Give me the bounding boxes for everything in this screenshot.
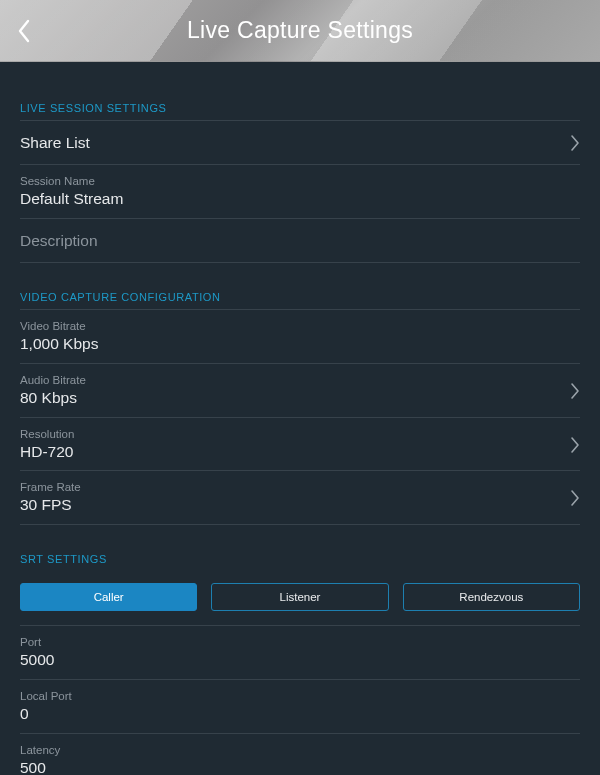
srt-mode-segmented: Caller Listener Rendezvous	[20, 571, 580, 626]
chevron-right-icon	[570, 134, 580, 152]
local-port-label: Local Port	[20, 689, 580, 704]
latency-label: Latency	[20, 743, 580, 758]
port-label: Port	[20, 635, 580, 650]
srt-mode-caller[interactable]: Caller	[20, 583, 197, 611]
latency-value: 500	[20, 758, 580, 775]
local-port-row[interactable]: Local Port 0	[20, 680, 580, 734]
share-list-row[interactable]: Share List	[20, 121, 580, 165]
frame-rate-row[interactable]: Frame Rate 30 FPS	[20, 471, 580, 525]
chevron-left-icon	[17, 19, 31, 43]
content: LIVE SESSION SETTINGS Share List Session…	[0, 62, 600, 775]
chevron-right-icon	[570, 436, 580, 454]
latency-row[interactable]: Latency 500	[20, 734, 580, 775]
audio-bitrate-value: 80 Kbps	[20, 388, 562, 409]
session-name-value: Default Stream	[20, 189, 580, 210]
video-bitrate-row[interactable]: Video Bitrate 1,000 Kbps	[20, 310, 580, 364]
page-title: Live Capture Settings	[187, 17, 413, 44]
video-bitrate-value: 1,000 Kbps	[20, 334, 580, 355]
section-heading-session: LIVE SESSION SETTINGS	[20, 102, 580, 121]
srt-mode-listener[interactable]: Listener	[211, 583, 388, 611]
chevron-right-icon	[570, 489, 580, 507]
port-value: 5000	[20, 650, 580, 671]
resolution-label: Resolution	[20, 427, 562, 442]
port-row[interactable]: Port 5000	[20, 626, 580, 680]
frame-rate-label: Frame Rate	[20, 480, 562, 495]
session-name-row[interactable]: Session Name Default Stream	[20, 165, 580, 219]
chevron-right-icon	[570, 382, 580, 400]
session-name-label: Session Name	[20, 174, 580, 189]
resolution-row[interactable]: Resolution HD-720	[20, 418, 580, 472]
local-port-value: 0	[20, 704, 580, 725]
back-button[interactable]	[14, 16, 34, 46]
audio-bitrate-label: Audio Bitrate	[20, 373, 562, 388]
audio-bitrate-row[interactable]: Audio Bitrate 80 Kbps	[20, 364, 580, 418]
description-placeholder: Description	[20, 232, 580, 250]
description-row[interactable]: Description	[20, 219, 580, 263]
header: Live Capture Settings	[0, 0, 600, 62]
resolution-value: HD-720	[20, 442, 562, 463]
share-list-label: Share List	[20, 134, 562, 152]
frame-rate-value: 30 FPS	[20, 495, 562, 516]
srt-mode-rendezvous[interactable]: Rendezvous	[403, 583, 580, 611]
section-heading-video: VIDEO CAPTURE CONFIGURATION	[20, 291, 580, 310]
video-bitrate-label: Video Bitrate	[20, 319, 580, 334]
section-heading-srt: SRT SETTINGS	[20, 553, 580, 571]
